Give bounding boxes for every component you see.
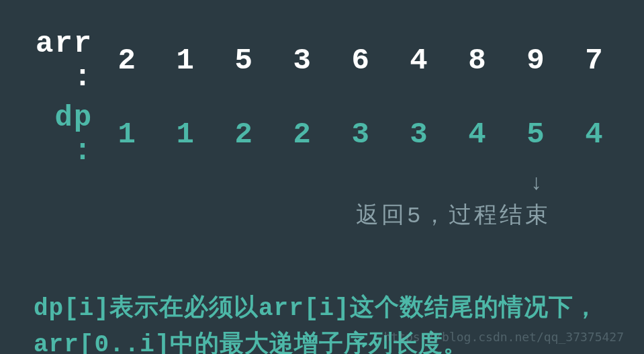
dp-cell: 3 [332,118,390,151]
dp-table: arr : 2 1 5 3 6 4 8 9 7 dp : 1 1 2 2 3 3… [20,27,624,230]
description-line-1: dp[i]表示在必须以arr[i]这个数结尾的情况下， [34,295,598,322]
dp-description: dp[i]表示在必须以arr[i]这个数结尾的情况下， arr[0..i]中的最… [20,291,624,354]
down-arrow-icon: ↓ [507,171,565,196]
annotation-row: 返回5，过程结束 [20,200,624,230]
dp-cell: 2 [273,118,332,151]
arr-cell: 2 [98,44,156,77]
arr-cell: 6 [332,44,390,77]
dp-cell: 3 [390,118,449,151]
watermark: https://blog.csdn.net/qq_37375427 [383,330,624,344]
dp-cell: 5 [507,118,565,151]
arr-cell: 5 [215,44,273,77]
arr-label: arr : [20,27,98,94]
dp-label: dp : [20,101,98,168]
arrow-row: ↓ [20,171,624,196]
dp-cell: 1 [98,118,156,151]
dp-row: dp : 1 1 2 2 3 3 4 5 4 [20,101,624,168]
arr-cell: 7 [565,44,624,77]
arr-cell: 3 [273,44,332,77]
arr-cell: 8 [449,44,507,77]
dp-cell: 4 [449,118,507,151]
arr-row: arr : 2 1 5 3 6 4 8 9 7 [20,27,624,94]
dp-cell: 2 [215,118,273,151]
arr-cell: 4 [390,44,449,77]
dp-cell: 1 [156,118,215,151]
result-annotation: 返回5，过程结束 [356,200,551,230]
arr-cell: 9 [507,44,565,77]
arr-cell: 1 [156,44,215,77]
dp-cell: 4 [565,118,624,151]
